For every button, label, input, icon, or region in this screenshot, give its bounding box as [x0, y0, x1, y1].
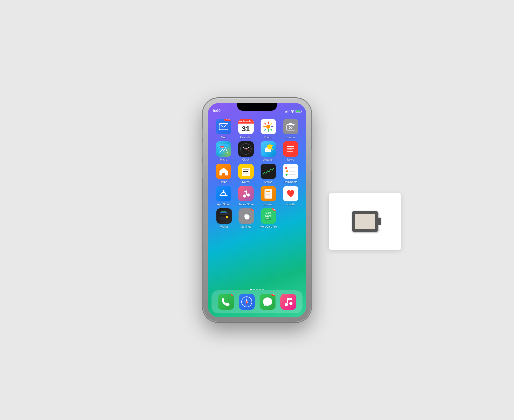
svg-point-23: [243, 194, 246, 198]
svg-rect-34: [226, 216, 228, 218]
app-icon-settings[interactable]: 2 Settings: [237, 208, 255, 228]
svg-point-24: [247, 193, 250, 197]
app-icon-reminders[interactable]: Reminders: [281, 164, 300, 183]
app-icon-weather[interactable]: Weather: [259, 141, 278, 161]
dock-icon-messages[interactable]: 23: [260, 294, 276, 310]
svg-rect-21: [243, 173, 248, 173]
app-label-photos: Photos: [264, 136, 272, 139]
app-label-reminders: Reminders: [284, 180, 297, 183]
app-icon-health[interactable]: Health: [281, 186, 300, 206]
app-icon-clock[interactable]: Clock: [237, 141, 255, 161]
app-icon-mail[interactable]: 3,307 Mail: [214, 119, 233, 139]
scene: 9:00: [154, 30, 360, 390]
volume-down-button[interactable]: [202, 163, 203, 178]
phone-badge: 3: [231, 294, 234, 296]
wallet-icon: [219, 211, 229, 221]
calendar-day: 31: [242, 125, 250, 133]
svg-point-43: [289, 302, 292, 305]
clock-second-hand: [246, 149, 250, 151]
music-icon: [284, 297, 293, 307]
app-icon-photos[interactable]: Photos: [259, 119, 278, 139]
app-icon-ibooks[interactable]: iBooks: [259, 186, 278, 206]
page-dots: [208, 289, 306, 290]
app-icon-morecardpro[interactable]: 11 More Card PRO MoreCardPro: [259, 208, 278, 228]
ibooks-icon: [263, 188, 273, 199]
app-label-itunes: iTunes Store: [238, 203, 254, 206]
app-label-wallet: Wallet: [220, 225, 228, 228]
app-icon-camera[interactable]: Camera: [281, 119, 300, 139]
app-label-maps: Maps: [220, 158, 227, 161]
app-label-appstore: App Store: [217, 203, 230, 206]
app-icon-notes[interactable]: Notes: [237, 164, 255, 183]
app-icon-itunes[interactable]: iTunes Store: [237, 186, 255, 206]
dock-icon-music[interactable]: [280, 294, 296, 310]
app-label-morecardpro: MoreCardPro: [260, 225, 277, 228]
appstore-icon: [219, 189, 228, 199]
app-row-2: 280 Maps: [212, 141, 302, 161]
status-time: 9:00: [213, 108, 221, 113]
messages-icon: [262, 297, 273, 307]
svg-rect-30: [266, 193, 271, 193]
settings-icon: [241, 211, 251, 221]
app-grid: 3,307 Mail Wednesday: [208, 116, 306, 289]
mail-icon: [219, 123, 228, 130]
svg-text:280: 280: [221, 146, 224, 148]
app-label-weather: Weather: [263, 158, 273, 161]
app-row-1: 3,307 Mail Wednesday: [212, 119, 302, 139]
app-row-4: App Store iTunes Store: [212, 186, 302, 206]
svg-rect-14: [287, 146, 294, 147]
notch: [237, 103, 277, 111]
app-row-3: Home Notes: [212, 164, 302, 183]
app-label-calendar: Calendar: [240, 136, 252, 139]
power-button[interactable]: [311, 150, 312, 170]
svg-rect-25: [246, 190, 247, 195]
mail-badge: 3,307: [224, 119, 231, 121]
wifi-icon: [291, 110, 294, 113]
svg-rect-26: [244, 191, 247, 192]
clock-center: [245, 148, 246, 150]
iphone-device: 9:00: [203, 98, 311, 322]
itunes-icon: [241, 189, 251, 199]
phone-icon: [222, 297, 230, 306]
app-icon-home[interactable]: Home: [214, 164, 233, 183]
dock-icon-phone[interactable]: 3: [218, 294, 234, 310]
home-icon: [219, 167, 228, 176]
svg-rect-20: [243, 171, 248, 172]
app-icon-appstore[interactable]: App Store: [214, 186, 233, 206]
app-label-stocks: Stocks: [264, 180, 272, 183]
sim-tray: [352, 211, 378, 232]
camera-icon: [286, 123, 295, 130]
svg-rect-31: [266, 194, 270, 194]
settings-badge: 2: [251, 208, 254, 211]
svg-rect-19: [243, 170, 249, 170]
svg-rect-29: [266, 191, 270, 192]
dock: 3: [212, 290, 302, 313]
app-label-notes: Notes: [242, 180, 250, 183]
messages-badge: 23: [271, 294, 275, 296]
dock-icon-safari[interactable]: [239, 294, 255, 310]
app-label-camera: Camera: [286, 136, 296, 139]
svg-rect-17: [287, 151, 293, 152]
app-icon-calendar[interactable]: Wednesday 31 Calendar: [237, 119, 255, 139]
app-label-settings: Settings: [241, 225, 251, 228]
app-icon-wallet[interactable]: Wallet: [215, 208, 233, 228]
morecardpro-badge: 11: [272, 208, 276, 211]
svg-rect-13: [286, 144, 296, 154]
volume-up-button[interactable]: [202, 142, 203, 157]
app-icon-stocks[interactable]: Stocks: [259, 164, 278, 183]
svg-point-4: [290, 127, 291, 128]
page-dot-5: [262, 289, 264, 290]
svg-rect-18: [242, 168, 250, 176]
maps-icon: 280: [218, 144, 229, 154]
svg-point-42: [285, 303, 288, 306]
app-row-5: Wallet 2 Settings: [212, 208, 302, 228]
svg-rect-11: [265, 150, 271, 152]
sim-card-tray: [329, 193, 401, 250]
app-icon-maps[interactable]: 280 Maps: [214, 141, 233, 161]
page-dot-2: [253, 289, 255, 290]
safari-icon: [241, 296, 253, 308]
silent-button[interactable]: [202, 129, 203, 138]
status-icons: [285, 110, 301, 113]
app-icon-news[interactable]: News: [281, 141, 300, 161]
stocks-icon: [262, 166, 275, 176]
